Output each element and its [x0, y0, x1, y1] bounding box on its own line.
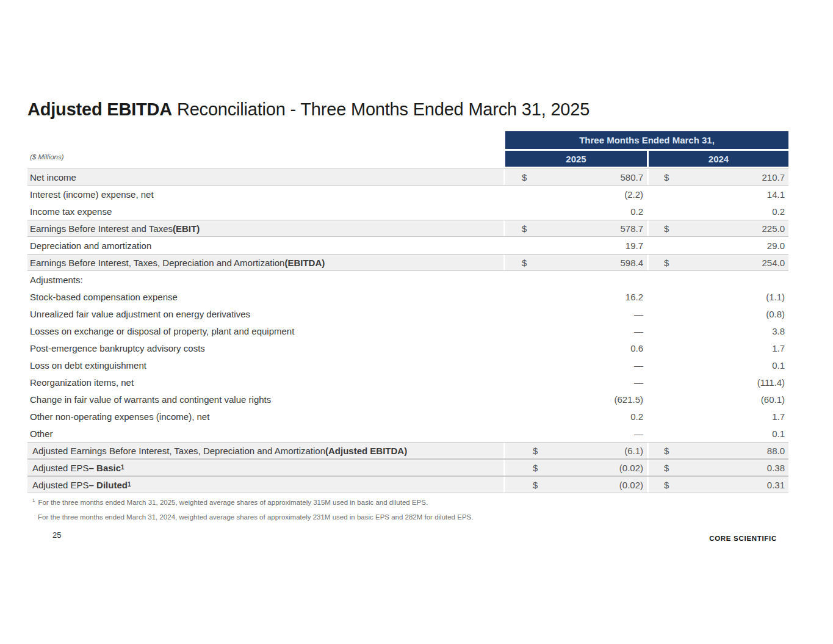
cell-2024: (60.1)	[649, 391, 788, 408]
cell-value: 0.2	[630, 411, 643, 422]
cell-2024: (111.4)	[649, 374, 788, 391]
cell-value: (2.2)	[624, 189, 643, 200]
table-row: Net income$580.7$210.7	[27, 168, 788, 186]
cell-value: 0.1	[772, 429, 785, 439]
cell-value: 0.6	[630, 343, 643, 353]
row-label: Stock-based compensation expense	[27, 288, 503, 305]
page-title: Adjusted EBITDA Reconciliation - Three M…	[27, 99, 590, 120]
table-row: Other non-operating expenses (income), n…	[27, 408, 788, 425]
dollar-sign: $	[522, 223, 527, 234]
row-label: Reorganization items, net	[27, 374, 503, 391]
table-header-group: Three Months Ended March 31,	[505, 131, 788, 149]
table-row: Loss on debt extinguishment—0.1	[27, 356, 788, 374]
dollar-sign: $	[522, 172, 527, 183]
footnote-text: For the three months ended March 31, 202…	[38, 499, 428, 506]
cell-value: 19.7	[626, 241, 643, 251]
dollar-sign: $	[522, 258, 527, 268]
cell-2025: —	[505, 305, 647, 322]
dollar-sign: $	[533, 480, 538, 490]
cell-value: 0.2	[772, 206, 785, 217]
cell-2024: 3.8	[649, 322, 788, 339]
cell-2025: $(0.02)	[505, 477, 647, 493]
table-row: Adjustments:	[27, 271, 788, 288]
row-label: Unrealized fair value adjustment on ener…	[27, 305, 503, 322]
table-header-years: 2025 2024	[505, 151, 788, 167]
table-row: Change in fair value of warrants and con…	[27, 391, 788, 408]
cell-2024: 1.7	[649, 339, 788, 356]
cell-value: (60.1)	[761, 394, 785, 405]
row-label: Change in fair value of warrants and con…	[27, 391, 503, 408]
table-row: Earnings Before Interest and Taxes (EBIT…	[27, 220, 788, 237]
cell-value: 580.7	[620, 172, 643, 183]
cell-2024: 29.0	[649, 237, 788, 254]
table-row: Earnings Before Interest, Taxes, Depreci…	[27, 254, 788, 271]
row-label: Post-emergence bankruptcy advisory costs	[27, 339, 503, 356]
cell-2025: (621.5)	[505, 391, 647, 408]
dollar-sign: $	[533, 463, 538, 473]
cell-2025: $578.7	[505, 220, 647, 236]
row-label: Depreciation and amortization	[27, 237, 503, 254]
cell-2025: —	[505, 322, 647, 339]
footnote-text: For the three months ended March 31, 202…	[38, 513, 473, 521]
cell-2025: $580.7	[505, 169, 647, 185]
dollar-sign: $	[533, 446, 538, 456]
table-row: Stock-based compensation expense16.2(1.1…	[27, 288, 788, 305]
cell-value: (0.8)	[766, 309, 785, 319]
cell-2024: $210.7	[649, 169, 788, 185]
cell-value: 0.1	[772, 360, 785, 371]
cell-value: 16.2	[626, 292, 643, 302]
table-row: Other—0.1	[27, 425, 788, 442]
cell-2025: 0.2	[505, 203, 647, 220]
cell-value: 1.7	[772, 343, 785, 353]
cell-value: 1.7	[772, 411, 785, 422]
cell-2024: 14.1	[649, 186, 788, 203]
cell-value: —	[634, 360, 643, 371]
core-scientific-logo: CORE SCIENTIFIC	[709, 535, 777, 542]
cell-2024: 0.1	[649, 356, 788, 374]
cell-2025: 0.6	[505, 339, 647, 356]
cell-2025: 0.2	[505, 408, 647, 425]
cell-value: (621.5)	[614, 394, 643, 405]
cell-value: —	[634, 377, 643, 388]
cell-2024: $254.0	[649, 255, 788, 270]
row-label: Earnings Before Interest and Taxes (EBIT…	[27, 220, 503, 236]
table-row: Losses on exchange or disposal of proper…	[27, 322, 788, 339]
table-header-2025: 2025	[505, 151, 647, 167]
cell-value: 0.2	[630, 206, 643, 217]
footnote-marker: 1	[32, 497, 35, 503]
cell-value: —	[634, 326, 643, 336]
reconciliation-table: Three Months Ended March 31, 2025 2024 N…	[27, 131, 788, 493]
cell-2024: 0.2	[649, 203, 788, 220]
row-label: Other	[27, 425, 503, 442]
dollar-sign: $	[664, 480, 669, 490]
row-label: Loss on debt extinguishment	[27, 356, 503, 374]
table-header-2024: 2024	[649, 151, 788, 167]
row-label: Interest (income) expense, net	[27, 186, 503, 203]
cell-2025: $(0.02)	[505, 460, 647, 476]
row-label: Losses on exchange or disposal of proper…	[27, 322, 503, 339]
row-label: Other non-operating expenses (income), n…	[27, 408, 503, 425]
dollar-sign: $	[664, 172, 669, 183]
table-row: Post-emergence bankruptcy advisory costs…	[27, 339, 788, 356]
cell-value: 578.7	[620, 223, 643, 234]
cell-value: 0.31	[767, 480, 785, 490]
table-row: Adjusted EPS – Diluted1$(0.02)$0.31	[27, 476, 788, 493]
page-title-bold: Adjusted EBITDA	[27, 99, 172, 119]
cell-2025: 16.2	[505, 288, 647, 305]
cell-2024: $0.38	[649, 460, 788, 476]
page-number: 25	[52, 530, 61, 540]
cell-2025	[505, 271, 647, 288]
row-label: Adjustments:	[27, 271, 503, 288]
cell-value: 598.4	[620, 258, 643, 268]
row-label: Adjusted EPS – Basic1	[27, 460, 503, 476]
cell-value: 225.0	[762, 223, 785, 234]
cell-2025: (2.2)	[505, 186, 647, 203]
cell-2025: $(6.1)	[505, 443, 647, 458]
cell-2025: —	[505, 356, 647, 374]
cell-value: —	[634, 309, 643, 319]
cell-value: 0.38	[767, 463, 785, 473]
row-label: Income tax expense	[27, 203, 503, 220]
dollar-sign: $	[664, 223, 669, 234]
footnote-1: 1For the three months ended March 31, 20…	[32, 496, 473, 507]
cell-2025: $598.4	[505, 255, 647, 270]
